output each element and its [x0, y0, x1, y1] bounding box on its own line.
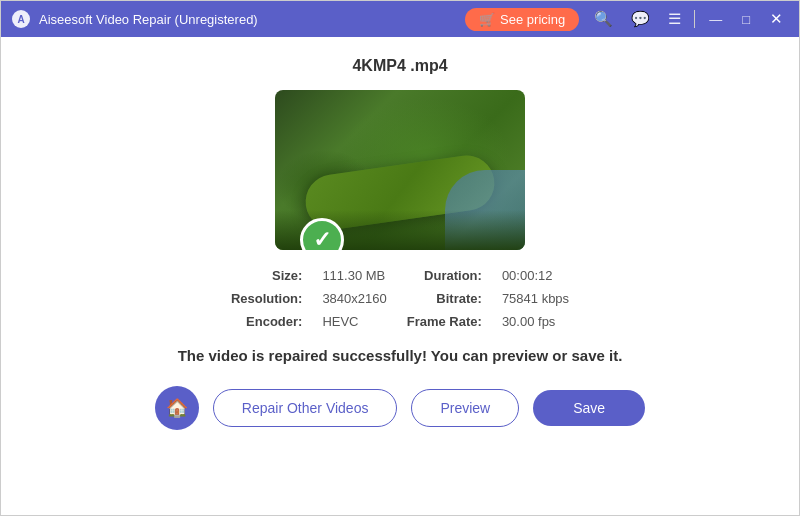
home-button[interactable]: 🏠	[155, 386, 199, 430]
video-thumbnail-container: ✓	[275, 90, 525, 250]
chat-button[interactable]: 💬	[626, 8, 655, 30]
actions-row: 🏠 Repair Other Videos Preview Save	[155, 386, 645, 430]
repair-other-button[interactable]: Repair Other Videos	[213, 389, 398, 427]
framerate-label: Frame Rate:	[407, 314, 482, 329]
preview-button[interactable]: Preview	[411, 389, 519, 427]
framerate-value: 30.00 fps	[502, 314, 569, 329]
file-title: 4KMP4 .mp4	[352, 57, 447, 75]
minimize-button[interactable]: —	[703, 10, 728, 29]
encoder-label: Encoder:	[231, 314, 303, 329]
video-info-grid: Size: 111.30 MB Duration: 00:00:12 Resol…	[231, 268, 569, 329]
duration-value: 00:00:12	[502, 268, 569, 283]
app-logo: A	[11, 9, 31, 29]
success-message: The video is repaired successfully! You …	[178, 347, 623, 364]
menu-button[interactable]: ☰	[663, 8, 686, 30]
main-content: 4KMP4 .mp4 ✓ Size: 111.30 MB Duration: 0…	[1, 37, 799, 516]
close-button[interactable]: ✕	[764, 8, 789, 30]
maximize-button[interactable]: □	[736, 10, 756, 29]
size-value: 111.30 MB	[322, 268, 386, 283]
home-icon: 🏠	[166, 397, 188, 419]
resolution-label: Resolution:	[231, 291, 303, 306]
resolution-value: 3840x2160	[322, 291, 386, 306]
bitrate-label: Bitrate:	[407, 291, 482, 306]
save-button[interactable]: Save	[533, 390, 645, 426]
bitrate-value: 75841 kbps	[502, 291, 569, 306]
duration-label: Duration:	[407, 268, 482, 283]
encoder-value: HEVC	[322, 314, 386, 329]
titlebar: A Aiseesoft Video Repair (Unregistered) …	[1, 1, 799, 37]
controls-divider	[694, 10, 695, 28]
search-button[interactable]: 🔍	[589, 8, 618, 30]
svg-text:A: A	[17, 14, 24, 25]
pricing-label: See pricing	[500, 12, 565, 27]
window-controls: 🔍 💬 ☰ — □ ✕	[589, 8, 789, 30]
pricing-button[interactable]: 🛒 See pricing	[465, 8, 579, 31]
size-label: Size:	[231, 268, 303, 283]
app-title: Aiseesoft Video Repair (Unregistered)	[39, 12, 465, 27]
cart-icon: 🛒	[479, 12, 495, 27]
video-stream-decoration	[445, 170, 525, 250]
